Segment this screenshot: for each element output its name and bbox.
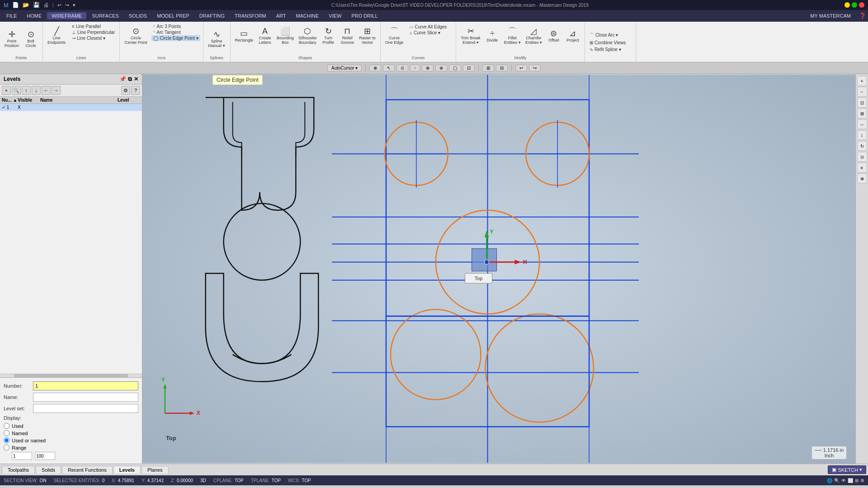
curve-all-edges-button[interactable]: ⌓ Curve All Edges xyxy=(408,23,453,30)
levels-pin-button[interactable]: 📌 xyxy=(119,76,126,82)
used-or-named-radio[interactable] xyxy=(4,437,9,443)
range-label[interactable]: Range xyxy=(12,445,26,450)
trim-break-extend-button[interactable]: ✂ Trim BreakExtend ▾ xyxy=(459,23,482,48)
tab-planes[interactable]: Planes xyxy=(142,466,169,474)
level-set-input[interactable] xyxy=(33,404,138,413)
rt-btn-4[interactable]: ⊞ xyxy=(857,108,867,118)
line-closest-button[interactable]: ⊸ Line Closest ▾ xyxy=(70,35,117,41)
levels-float-button[interactable]: ⧉ xyxy=(128,76,132,82)
used-radio[interactable] xyxy=(4,423,9,429)
levels-down-button[interactable]: ↓ xyxy=(32,86,41,95)
raster-vector-button[interactable]: ⊞ Raster toVector xyxy=(357,23,377,48)
minimize-button[interactable] xyxy=(844,2,850,8)
ac-btn-11[interactable]: ↩ xyxy=(515,65,527,71)
turn-profile-button[interactable]: ↻ TurnProfile xyxy=(319,23,337,48)
tab-toolpaths[interactable]: Toolpaths xyxy=(2,466,35,474)
levels-right-button[interactable]: → xyxy=(52,86,61,95)
point-position-button[interactable]: ✛ PointPosition xyxy=(3,27,21,52)
levels-left-button[interactable]: ← xyxy=(42,86,51,95)
spline-manual-button[interactable]: ∿ SplineManual ▾ xyxy=(207,27,227,52)
rt-btn-8[interactable]: ⊙ xyxy=(857,152,867,162)
used-label[interactable]: Used xyxy=(12,423,24,429)
menu-drafting[interactable]: DRAFTING xyxy=(195,12,229,19)
rt-btn-7[interactable]: ↻ xyxy=(857,141,867,151)
status-color-icon[interactable]: ⬜ xyxy=(848,478,853,483)
ac-btn-4[interactable]: ◦ xyxy=(410,65,420,71)
toolbar-icon-undo[interactable]: ↩ xyxy=(57,2,61,8)
ac-btn-1[interactable]: ⊕ xyxy=(369,65,381,71)
menu-solids[interactable]: SOLIDS xyxy=(124,12,151,19)
name-input[interactable] xyxy=(33,393,138,402)
maximize-button[interactable] xyxy=(852,2,857,8)
tab-recent-functions[interactable]: Recent Functions xyxy=(62,466,113,474)
range-from-input[interactable] xyxy=(12,452,32,460)
offset-button[interactable]: ⊜ Offset xyxy=(545,23,563,48)
rt-btn-5[interactable]: ↔ xyxy=(857,119,867,129)
circle-edge-point-button[interactable]: ◯ Circle Edge Point ▾ xyxy=(151,35,200,41)
chamfer-entities-button[interactable]: ◿ ChamferEntities ▾ xyxy=(524,23,544,48)
menu-pro-drill[interactable]: PRO DRILL xyxy=(347,12,382,19)
levels-table-body[interactable]: ✓ 1 X xyxy=(0,104,142,374)
project-button[interactable]: ⊿ Project xyxy=(564,23,582,48)
rt-btn-10[interactable]: ⊗ xyxy=(857,174,867,183)
menu-home[interactable]: HOME xyxy=(22,12,46,19)
menu-machine[interactable]: MACHINE xyxy=(292,12,324,19)
ac-btn-6[interactable]: ⊛ xyxy=(435,65,447,71)
menu-model-prep[interactable]: MODEL PREP xyxy=(152,12,194,19)
ac-btn-3[interactable]: ⊙ xyxy=(396,65,408,71)
used-or-named-label[interactable]: Used or named xyxy=(12,438,46,443)
status-zoom-icon[interactable]: 🔍 xyxy=(834,478,840,483)
close-arc-button[interactable]: ⌒ Close Arc ▾ xyxy=(588,32,633,39)
rt-btn-6[interactable]: ↕ xyxy=(857,130,867,140)
bolt-circle-button[interactable]: ⊙ BoltCircle xyxy=(22,27,40,52)
range-radio[interactable] xyxy=(4,445,9,450)
tab-levels[interactable]: Levels xyxy=(113,466,141,474)
menu-surfaces[interactable]: SURFACES xyxy=(87,12,123,19)
ac-btn-7[interactable]: ▢ xyxy=(449,65,461,71)
arc-3points-button[interactable]: ◜ Arc 3 Points xyxy=(151,23,200,29)
autocursor-label-button[interactable]: AutoCursor ▾ xyxy=(327,65,362,71)
levels-search-button[interactable]: 🔍 xyxy=(12,86,21,95)
line-perpendicular-button[interactable]: ⊥ Line Perpendicular xyxy=(70,29,117,35)
rt-btn-3[interactable]: ⊡ xyxy=(857,98,867,108)
toolbar-icon-new[interactable]: 📄 xyxy=(12,2,19,8)
named-radio[interactable] xyxy=(4,430,9,436)
rectangle-button[interactable]: ▭ Rectangle xyxy=(233,23,255,48)
sketch-tab[interactable]: ▣ SKETCH ▾ xyxy=(828,465,866,474)
ac-btn-8[interactable]: ⊡ xyxy=(463,65,475,71)
status-grid-icon[interactable]: ⊞ xyxy=(855,478,859,483)
canvas-area[interactable]: Circle Edge Point xyxy=(142,74,855,464)
number-input[interactable] xyxy=(33,381,138,390)
my-mastercam-button[interactable]: MY MASTERCAM xyxy=(806,12,855,19)
ac-btn-12[interactable]: ↪ xyxy=(529,65,541,71)
menu-file[interactable]: FILE xyxy=(2,12,21,19)
levels-horizontal-scrollbar[interactable] xyxy=(0,374,142,377)
curve-one-edge-button[interactable]: ⌒ CurveOne Edge xyxy=(383,23,406,48)
close-button[interactable] xyxy=(859,2,864,8)
bounding-box-button[interactable]: ⬜ BoundingBox xyxy=(275,23,296,48)
levels-up-button[interactable]: ↑ xyxy=(22,86,31,95)
line-parallel-button[interactable]: ≡ Line Parallel xyxy=(70,23,117,29)
levels-settings-button[interactable]: ⚙ xyxy=(121,86,130,95)
table-row[interactable]: ✓ 1 X xyxy=(0,104,142,111)
combine-views-button[interactable]: ⊞ Combine Views xyxy=(588,40,633,46)
toolbar-icon-print[interactable]: 🖨 xyxy=(43,2,49,8)
help-icon[interactable]: ❓ xyxy=(859,13,866,19)
divide-button[interactable]: ÷ Divide xyxy=(483,23,501,48)
menu-transform[interactable]: TRANSFORM xyxy=(230,12,271,19)
toolbar-icon-save[interactable]: 💾 xyxy=(33,2,40,8)
levels-close-button[interactable]: ✕ xyxy=(134,76,138,82)
ac-btn-2[interactable]: ↖ xyxy=(383,65,395,71)
menu-view[interactable]: VIEW xyxy=(324,12,346,19)
relief-groove-button[interactable]: ⊓ ReliefGroove xyxy=(338,23,356,48)
levels-help-button[interactable]: ? xyxy=(131,86,140,95)
toolbar-icon-open[interactable]: 📂 xyxy=(23,2,29,8)
rt-btn-1[interactable]: + xyxy=(857,76,867,86)
arc-tangent-button[interactable]: ◝ Arc Tangent xyxy=(151,29,200,35)
menu-art[interactable]: ART xyxy=(272,12,291,19)
status-globe-icon[interactable]: 🌐 xyxy=(827,478,832,483)
status-settings-icon[interactable]: ⚙ xyxy=(860,478,864,483)
ac-btn-9[interactable]: ⊞ xyxy=(482,65,494,71)
rt-btn-9[interactable]: ≡ xyxy=(857,163,867,173)
range-to-input[interactable] xyxy=(35,452,55,460)
